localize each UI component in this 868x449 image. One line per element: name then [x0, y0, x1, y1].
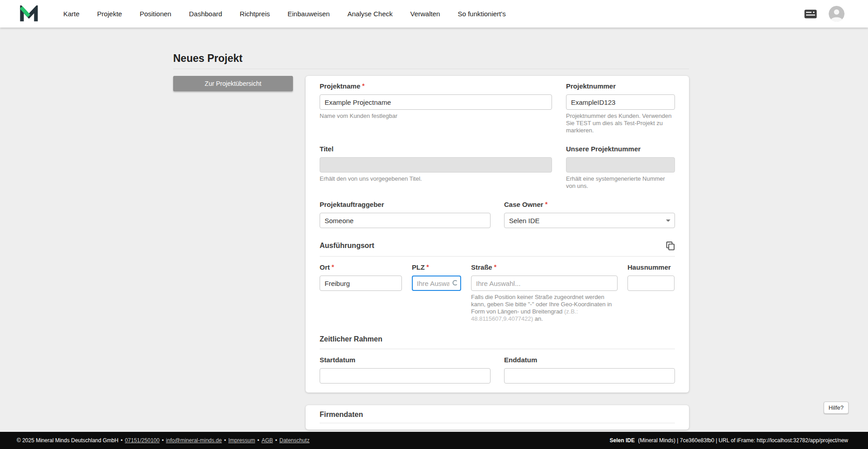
main-area: Neues Projekt Zur Projektübersicht Proje… [0, 28, 868, 432]
nav-item-karte[interactable]: Karte [63, 10, 80, 18]
case-owner-selected-value: Selen IDE [509, 217, 540, 224]
required-marker: * [332, 263, 334, 271]
startdatum-label: Startdatum [320, 356, 355, 364]
nav-item-projekte[interactable]: Projekte [97, 10, 122, 18]
field-projektnummer: Projektnummer Projektnummer des Kunden. … [566, 82, 675, 134]
unsere-projektnummer-label: Unsere Projektnummer [566, 145, 641, 153]
projektnummer-label: Projektnummer [566, 82, 616, 90]
user-icon [829, 6, 844, 22]
field-startdatum: Startdatum [320, 356, 491, 384]
zeitlicher-rahmen-title: Zeitlicher Rahmen [320, 335, 382, 343]
field-plz: PLZ * [412, 263, 461, 323]
strasse-label: Straße [471, 263, 492, 271]
required-marker: * [545, 201, 547, 208]
back-to-overview-button[interactable]: Zur Projektübersicht [173, 76, 293, 91]
titel-input [320, 157, 552, 173]
chevron-down-icon [666, 220, 670, 222]
projektname-helper: Name vom Kunden festlegbar [320, 112, 552, 120]
section-divider [320, 349, 675, 349]
loading-spinner-icon [453, 280, 458, 285]
enddatum-label: Enddatum [504, 356, 537, 364]
footer-copyright: © 2025 Mineral Minds Deutschland GmbH [17, 437, 118, 444]
field-hausnummer: Hausnummer [627, 263, 675, 323]
nav-item-verwalten[interactable]: Verwalten [410, 10, 440, 18]
nav-item-analyse-check[interactable]: Analyse Check [347, 10, 392, 18]
footer-link-email[interactable]: info@mineral-minds.de [166, 437, 222, 444]
projektauftraggeber-input[interactable] [320, 213, 491, 228]
left-column: Zur Projektübersicht [173, 76, 293, 91]
section-firmendaten: Firmendaten [320, 411, 675, 419]
field-enddatum: Enddatum [504, 356, 675, 384]
top-navigation-bar: Karte Projekte Positionen Dashboard Rich… [0, 0, 868, 28]
footer-link-impressum[interactable]: Impressum [228, 437, 255, 444]
section-divider [320, 256, 675, 257]
case-owner-label: Case Owner [504, 201, 543, 209]
unsere-projektnummer-input [566, 157, 675, 173]
strasse-helper: Falls die Position keiner Straße zugeord… [471, 294, 618, 323]
projektname-input[interactable] [320, 94, 552, 110]
copy-icon[interactable] [665, 241, 675, 251]
plz-label: PLZ [412, 263, 425, 271]
field-strasse: Straße * Falls die Position keiner Straß… [471, 263, 618, 323]
nav-item-einbauweisen[interactable]: Einbauweisen [288, 10, 330, 18]
project-form-card: Projektname * Name vom Kunden festlegbar… [306, 76, 689, 393]
projektauftraggeber-label: Projektauftraggeber [320, 201, 384, 209]
startdatum-input[interactable] [320, 368, 491, 384]
ausfuehrungsort-title: Ausführungsort [320, 242, 374, 250]
field-case-owner: Case Owner * Selen IDE [504, 201, 675, 228]
required-marker: * [362, 82, 364, 89]
field-projektname: Projektname * Name vom Kunden festlegbar [320, 82, 552, 134]
section-divider [320, 423, 675, 423]
help-button[interactable]: Hilfe? [824, 402, 849, 414]
mineral-minds-logo[interactable] [20, 5, 38, 23]
footer-link-agb[interactable]: AGB [261, 437, 273, 444]
avatar[interactable] [829, 6, 844, 22]
titel-label: Titel [320, 145, 334, 153]
projektname-label: Projektname [320, 82, 360, 90]
hausnummer-input[interactable] [627, 276, 675, 291]
main-nav: Karte Projekte Positionen Dashboard Rich… [63, 10, 506, 18]
strasse-input[interactable] [471, 276, 618, 291]
footer-session-detail: (Mineral Minds) | 7ce360e83fb0 | URL of … [638, 437, 848, 444]
nav-item-richtpreis[interactable]: Richtpreis [240, 10, 270, 18]
field-projektauftraggeber: Projektauftraggeber [320, 201, 491, 228]
footer-session-info: Selen IDE (Mineral Minds) | 7ce360e83fb0… [610, 437, 848, 444]
firmendaten-card: Firmendaten [306, 405, 689, 430]
ort-label: Ort [320, 263, 330, 271]
ort-input[interactable] [320, 276, 402, 291]
nav-item-dashboard[interactable]: Dashboard [189, 10, 222, 18]
footer: © 2025 Mineral Minds Deutschland GmbH • … [0, 432, 868, 449]
field-unsere-projektnummer: Unsere Projektnummer Erhält eine systemg… [566, 145, 675, 190]
terminal-icon[interactable] [804, 9, 817, 19]
nav-item-positionen[interactable]: Positionen [140, 10, 171, 18]
topbar-actions [804, 6, 844, 22]
footer-link-phone[interactable]: 07151/250100 [125, 437, 160, 444]
field-titel: Titel Erhält den von uns vorgegebenen Ti… [320, 145, 552, 190]
titel-helper: Erhält den von uns vorgegebenen Titel. [320, 175, 552, 182]
page-title: Neues Projekt [173, 52, 689, 65]
section-ausfuehrungsort: Ausführungsort [320, 241, 675, 251]
footer-left: © 2025 Mineral Minds Deutschland GmbH • … [17, 437, 310, 444]
right-column: Projektname * Name vom Kunden festlegbar… [306, 76, 689, 430]
firmendaten-title: Firmendaten [320, 411, 363, 419]
required-marker: * [494, 263, 496, 271]
page-head: Neues Projekt [173, 28, 689, 69]
projektnummer-input[interactable] [566, 94, 675, 110]
footer-link-datenschutz[interactable]: Datenschutz [279, 437, 310, 444]
nav-item-so-funktionierts[interactable]: So funktioniert's [458, 10, 505, 18]
unsere-projektnummer-helper: Erhält eine systemgenerierte Nummer von … [566, 175, 675, 190]
required-marker: * [426, 263, 429, 271]
field-ort: Ort * [320, 263, 402, 323]
section-zeitlicher-rahmen: Zeitlicher Rahmen [320, 335, 675, 343]
case-owner-select[interactable]: Selen IDE [504, 213, 675, 228]
projektnummer-helper: Projektnummer des Kunden. Verwenden Sie … [566, 112, 675, 134]
footer-user: Selen IDE [610, 437, 635, 444]
hausnummer-label: Hausnummer [627, 263, 671, 271]
enddatum-input[interactable] [504, 368, 675, 384]
